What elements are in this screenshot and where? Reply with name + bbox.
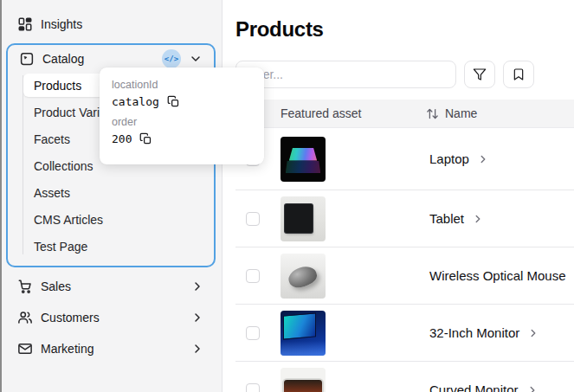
main-content: Products Featured asset [223, 0, 574, 392]
curved-monitor-photo [281, 368, 326, 392]
users-icon [17, 310, 33, 325]
sidebar-item-label: Sales [41, 280, 71, 293]
table-header-row: Featured asset Name [235, 100, 574, 128]
sidebar-item-sales[interactable]: Sales [7, 274, 215, 299]
bookmark-button[interactable] [503, 61, 534, 88]
sort-arrows-icon[interactable] [426, 107, 439, 120]
sub-item-label: Test Page [34, 240, 87, 254]
row-checkbox[interactable] [246, 269, 260, 283]
catalog-icon [19, 51, 35, 67]
product-name-link[interactable]: Laptop [426, 151, 489, 166]
copy-icon [167, 95, 180, 108]
chevron-down-icon [189, 52, 203, 66]
chevron-right-icon [190, 311, 204, 325]
sub-item-label: Facets [34, 132, 70, 146]
row-checkbox[interactable] [246, 383, 260, 392]
sub-item-label: Assets [34, 186, 70, 200]
sidebar-item-label: Customers [41, 311, 100, 325]
copy-icon [139, 132, 152, 145]
product-name: Curved Monitor [429, 382, 519, 392]
sidebar-item-insights[interactable]: Insights [7, 12, 215, 36]
tooltip-field-label: locationId [112, 79, 252, 91]
column-header-featured-asset: Featured asset [281, 106, 361, 120]
sidebar-item-assets[interactable]: Assets [23, 181, 210, 204]
chevron-right-icon [527, 327, 539, 339]
product-name: Laptop [429, 151, 469, 166]
sub-item-label: Collections [34, 159, 93, 173]
chevron-right-icon [190, 280, 204, 293]
sub-item-label: Products [34, 79, 81, 93]
monitor-photo [281, 311, 326, 356]
sidebar-item-label: Insights [41, 17, 82, 31]
filter-input[interactable] [235, 61, 456, 88]
products-table: Featured asset Name Laptop [235, 100, 574, 392]
row-checkbox[interactable] [246, 212, 260, 226]
sidebar-item-test-page[interactable]: Test Page [23, 235, 210, 258]
tooltip-field-value: catalog [112, 95, 159, 108]
column-header-name: Name [445, 106, 477, 120]
sidebar-item-marketing[interactable]: Marketing [7, 337, 215, 361]
row-checkbox[interactable] [246, 326, 260, 340]
window-edge [0, 0, 2, 392]
sidebar-item-label: Marketing [41, 342, 94, 356]
sidebar-item-customers[interactable]: Customers [7, 305, 215, 330]
sub-item-label: CMS Articles [34, 213, 103, 227]
cart-icon [17, 279, 33, 294]
toolbar [235, 61, 574, 88]
table-row[interactable]: Curved Monitor [235, 362, 574, 392]
filter-funnel-icon [473, 67, 487, 81]
table-row[interactable]: 32-Inch Monitor [235, 305, 574, 362]
product-name-link[interactable]: 32-Inch Monitor [426, 325, 539, 340]
page-title: Products [235, 17, 574, 42]
copy-button[interactable] [167, 95, 180, 108]
copy-button[interactable] [139, 132, 152, 145]
product-name-link[interactable]: Tablet [426, 211, 484, 226]
chevron-right-icon [477, 153, 489, 165]
sidebar-item-label: Catalog [42, 52, 84, 66]
table-row[interactable]: Laptop [235, 128, 574, 190]
dev-mode-badge[interactable]: </> [162, 49, 181, 68]
sidebar-item-cms-articles[interactable]: CMS Articles [23, 208, 210, 231]
tree-indent-guide [23, 75, 23, 254]
table-row[interactable]: Wireless Optical Mouse [235, 247, 574, 305]
product-name: Wireless Optical Mouse [429, 268, 566, 283]
tooltip-field-label: order [112, 116, 252, 128]
bookmark-icon [512, 67, 526, 81]
product-name-link[interactable]: Curved Monitor [426, 382, 539, 392]
table-row[interactable]: Tablet [235, 190, 574, 247]
dashboard-icon [17, 16, 33, 32]
product-name: Tablet [429, 211, 464, 226]
chevron-right-icon [472, 213, 484, 225]
product-name-link[interactable]: Wireless Optical Mouse [426, 268, 574, 283]
mouse-photo [281, 254, 326, 299]
dev-mode-tooltip: locationId catalog order 200 [100, 67, 264, 164]
chevron-right-icon [190, 342, 204, 356]
tablet-photo [281, 196, 326, 241]
mail-icon [17, 341, 33, 357]
laptop-photo [281, 137, 326, 182]
tooltip-field-value: 200 [112, 132, 132, 145]
chevron-right-icon [526, 384, 539, 392]
sidebar: Insights Catalog </> Products Product Va… [0, 0, 223, 392]
app-window: Insights Catalog </> Products Product Va… [0, 0, 574, 392]
filter-button[interactable] [464, 61, 495, 88]
product-name: 32-Inch Monitor [429, 325, 519, 340]
